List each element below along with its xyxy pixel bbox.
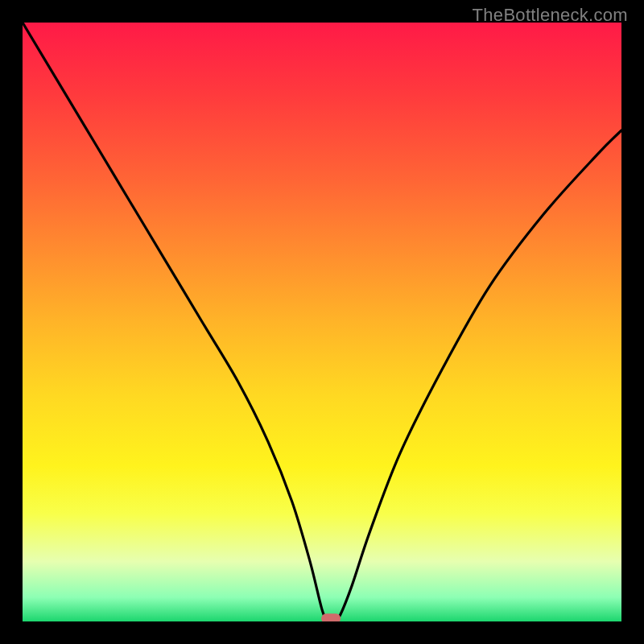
chart-svg <box>23 23 621 621</box>
chart-area <box>23 23 621 621</box>
minimum-marker <box>321 613 341 621</box>
bottleneck-curve <box>23 23 621 621</box>
